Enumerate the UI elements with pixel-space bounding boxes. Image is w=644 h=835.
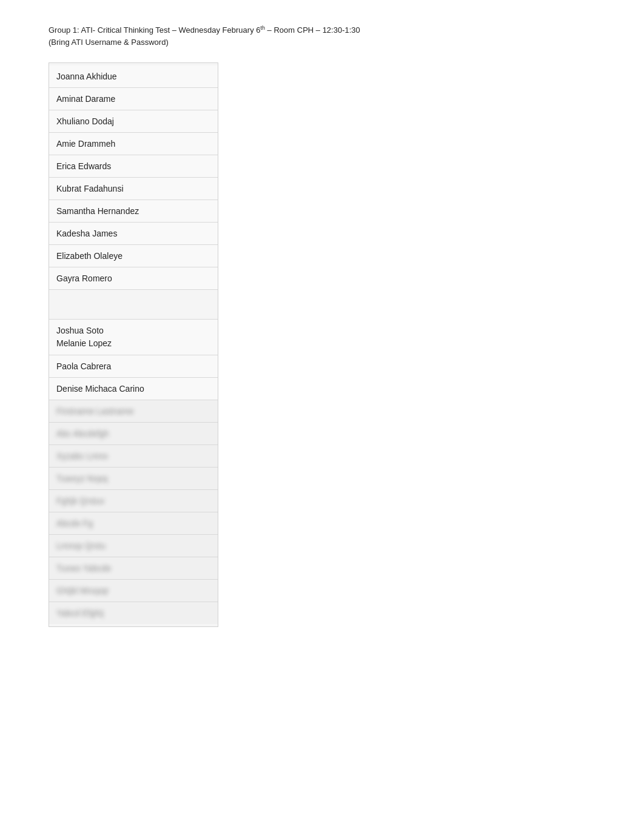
- student-list: Joanna AkhidueAminat DarameXhuliano Doda…: [49, 62, 218, 627]
- list-item-double: Joshua SotoMelanie Lopez: [49, 320, 218, 355]
- list-item-blurred: Ghijkl Mnopqr: [49, 580, 218, 602]
- list-item: Denise Michaca Carino: [49, 378, 218, 400]
- list-item-line2: Melanie Lopez: [56, 337, 210, 350]
- list-item: Kadesha James: [49, 223, 218, 245]
- list-item-blurred: Tuvwx Yabcde: [49, 557, 218, 580]
- list-item-blurred: Xyzabc Lmno: [49, 445, 218, 468]
- list-item: Paola Cabrera: [49, 355, 218, 378]
- list-item-empty: [49, 290, 218, 320]
- list-item: Xhuliano Dodaj: [49, 110, 218, 133]
- header-text: Group 1: ATI- Critical Thinking Test – W…: [49, 24, 595, 48]
- list-item-blurred: Lmnop Qrstu: [49, 535, 218, 557]
- list-item: Gayra Romero: [49, 267, 218, 290]
- list-item: Kubrat Fadahunsi: [49, 178, 218, 200]
- list-item: Aminat Darame: [49, 88, 218, 110]
- list-item: Elizabeth Olaleye: [49, 245, 218, 267]
- list-item-blurred: Fghjk Qrstuv: [49, 490, 218, 512]
- list-item: Amie Drammeh: [49, 133, 218, 155]
- list-item-blurred: Abcde Fg: [49, 512, 218, 535]
- list-item-blurred: Firstname Lastname: [49, 400, 218, 423]
- list-item-line1: Joshua Soto: [56, 324, 210, 337]
- list-item: Joanna Akhidue: [49, 65, 218, 88]
- list-item-blurred: Yabcd Efghij: [49, 602, 218, 624]
- list-item: Samantha Hernandez: [49, 200, 218, 223]
- header-section: Group 1: ATI- Critical Thinking Test – W…: [49, 24, 595, 48]
- list-item-blurred: Abc Abcdefgh: [49, 423, 218, 445]
- list-item-blurred: Tuwxyz Nopq: [49, 468, 218, 490]
- list-item: Erica Edwards: [49, 155, 218, 178]
